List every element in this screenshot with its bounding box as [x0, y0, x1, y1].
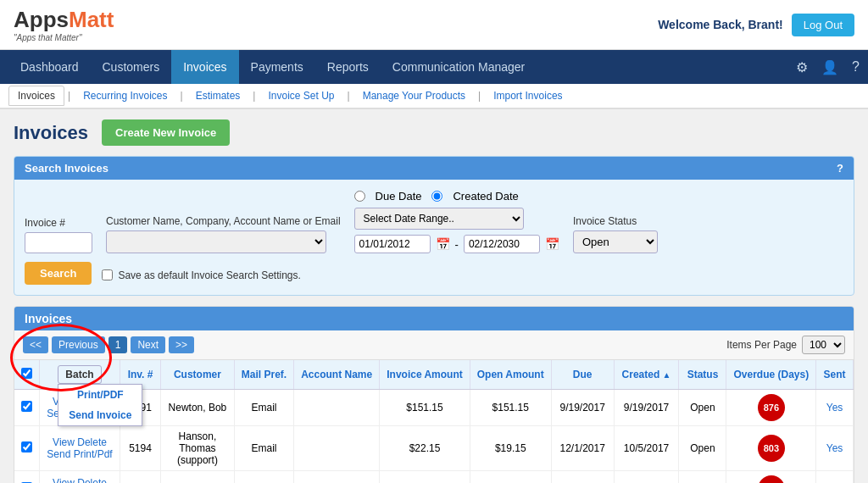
col-header-customer: Customer [161, 360, 235, 390]
logo: AppsMatt "Apps that Matter" [14, 7, 114, 42]
invoice-status-select[interactable]: Open [573, 230, 658, 253]
row-send-link-1[interactable]: Send [47, 448, 70, 460]
row-status-2: Open [679, 471, 726, 484]
row-delete-link-2[interactable]: Delete [77, 477, 107, 483]
row-created-1: 10/5/2017 [614, 426, 679, 471]
pagination-right: Items Per Page 100 [726, 336, 845, 354]
row-actions-cell-2: View Delete Send Print/Pdf [40, 471, 120, 484]
date-to-icon[interactable]: 📅 [545, 237, 559, 251]
search-help-icon[interactable]: ? [837, 162, 843, 175]
col-header-checkbox [14, 360, 40, 390]
page-next-button[interactable]: Next [131, 336, 165, 353]
due-date-radio[interactable] [354, 191, 365, 202]
nav-item-reports[interactable]: Reports [315, 50, 381, 84]
customer-name-label: Customer Name, Company, Account Name or … [106, 215, 341, 227]
help-icon[interactable]: ? [852, 59, 860, 75]
subnav-import[interactable]: Import Invoices [484, 86, 571, 106]
row-account-name-2 [294, 471, 380, 484]
batch-send-invoice[interactable]: Send Invoice [58, 405, 142, 425]
row-status-0: Open [679, 390, 726, 426]
row-view-link-1[interactable]: View [53, 436, 75, 448]
search-row: Invoice # Customer Name, Company, Accoun… [25, 190, 843, 253]
row-view-link-2[interactable]: View [53, 477, 75, 483]
row-print-link-1[interactable]: Print/Pdf [74, 448, 113, 460]
col-header-batch: Batch Print/PDF Send Invoice [40, 360, 120, 390]
main-nav: Dashboard Customers Invoices Payments Re… [0, 50, 868, 84]
per-page-label: Items Per Page [726, 339, 797, 351]
nav-item-communication[interactable]: Communication Manager [381, 50, 537, 84]
date-range-row: Select Date Range.. [354, 208, 559, 230]
row-delete-link-1[interactable]: Delete [77, 436, 107, 448]
row-sent-value-0: Yes [826, 402, 843, 414]
row-due-1: 12/1/2017 [551, 426, 614, 471]
customer-name-select[interactable] [106, 230, 326, 253]
row-sent-value-1: Yes [826, 442, 843, 454]
header-right: Welcome Back, Brant! Log Out [658, 14, 854, 36]
page-last-button[interactable]: >> [169, 336, 194, 353]
page-prev-button[interactable]: Previous [52, 336, 105, 353]
row-checkbox-0[interactable] [21, 401, 32, 412]
select-all-checkbox[interactable] [21, 368, 32, 379]
page-content: Invoices Create New Invoice Search Invoi… [0, 109, 868, 483]
table-row: View Delete Send Print/Pdf 5194 Hanson, … [14, 426, 854, 471]
col-header-created[interactable]: Created ▲ [614, 360, 679, 390]
radio-row: Due Date Created Date [354, 190, 559, 203]
col-header-account-name: Account Name [294, 360, 380, 390]
date-from-input[interactable] [354, 235, 431, 253]
date-from-icon[interactable]: 📅 [436, 237, 450, 251]
row-checkbox-cell [14, 471, 40, 484]
invoice-num-input[interactable] [25, 232, 92, 253]
search-bottom-row: Search Save as default Invoice Search Se… [25, 262, 843, 285]
nav-item-payments[interactable]: Payments [239, 50, 315, 84]
overdue-badge-2: 801 [758, 475, 785, 483]
row-checkbox-1[interactable] [21, 441, 32, 452]
row-overdue-2: 801 [726, 471, 816, 484]
row-overdue-1: 803 [726, 426, 816, 471]
date-range-select[interactable]: Select Date Range.. [354, 208, 524, 230]
date-to-input[interactable] [464, 235, 540, 253]
settings-icon[interactable]: ⚙ [796, 59, 808, 75]
search-button[interactable]: Search [25, 262, 92, 285]
row-overdue-0: 876 [726, 390, 816, 426]
subnav-estimates[interactable]: Estimates [186, 86, 250, 106]
row-invoice-amount-2: $21.00 [380, 471, 470, 484]
row-mail-pref-0: Email [234, 390, 293, 426]
row-customer-0: Newton, Bob [161, 390, 235, 426]
created-date-radio[interactable] [431, 191, 442, 202]
page-first-button[interactable]: << [23, 336, 48, 353]
logout-button[interactable]: Log Out [792, 14, 854, 36]
nav-item-invoices[interactable]: Invoices [171, 50, 238, 84]
batch-container: Batch Print/PDF Send Invoice [58, 365, 101, 384]
create-invoice-button[interactable]: Create New Invoice [102, 119, 230, 146]
customer-name-field: Customer Name, Company, Account Name or … [106, 215, 341, 253]
row-due-2: 12/3/2017 [551, 471, 614, 484]
row-open-amount-2: $1.00 [470, 471, 551, 484]
subnav-invoices[interactable]: Invoices [8, 86, 64, 106]
col-header-sent: Sent [816, 360, 854, 390]
subnav-invoice-setup[interactable]: Invoice Set Up [259, 86, 343, 106]
date-group: Due Date Created Date Select Date Range.… [354, 190, 559, 253]
page-title: Invoices [14, 122, 88, 144]
per-page-select[interactable]: 100 [802, 336, 845, 354]
row-invoice-amount-1: $22.15 [380, 426, 470, 471]
user-icon[interactable]: 👤 [821, 59, 838, 75]
nav-item-customers[interactable]: Customers [91, 50, 172, 84]
save-default-checkbox[interactable] [102, 269, 113, 280]
subnav-manage-products[interactable]: Manage Your Products [353, 86, 475, 106]
subnav-recurring[interactable]: Recurring Invoices [74, 86, 176, 106]
row-status-1: Open [679, 426, 726, 471]
batch-button[interactable]: Batch [58, 365, 101, 384]
row-actions-cell-1: View Delete Send Print/Pdf [40, 426, 120, 471]
nav-item-dashboard[interactable]: Dashboard [8, 50, 91, 84]
row-account-name-0 [294, 390, 380, 426]
batch-print-pdf[interactable]: Print/PDF [58, 385, 142, 405]
invoice-num-label: Invoice # [25, 217, 92, 229]
row-created-2: 12/3/2017 [614, 471, 679, 484]
pagination-row: << Previous 1 Next >> Items Per Page 100 [14, 330, 854, 360]
due-date-label: Due Date [376, 190, 422, 203]
search-panel-header: Search Invoices ? [14, 157, 854, 180]
page-1-button[interactable]: 1 [108, 336, 128, 353]
row-sent-2: Yes [816, 471, 854, 484]
invoice-status-label: Invoice Status [573, 215, 658, 227]
row-account-name-1 [294, 426, 380, 471]
